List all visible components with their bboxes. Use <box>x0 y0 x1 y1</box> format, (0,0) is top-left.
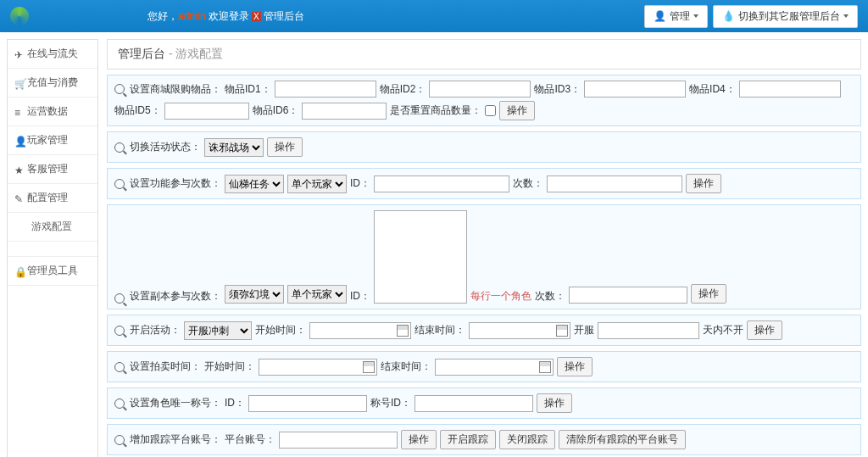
id-input[interactable] <box>248 395 367 412</box>
search-icon <box>114 362 125 372</box>
panel-unique-title: 设置角色唯一称号： ID： 称号ID： 操作 <box>107 387 861 419</box>
panel-title: 开启活动： <box>130 323 181 337</box>
item-id5-input[interactable] <box>164 103 249 120</box>
topbar: 您好，admin 欢迎登录X管理后台 👤管理 💧切换到其它服管理后台 <box>0 0 868 32</box>
plane-icon: ✈ <box>14 49 24 59</box>
user-icon: 👤 <box>654 10 666 22</box>
activity-select[interactable]: 开服冲刺 <box>184 321 252 340</box>
star-icon: ★ <box>14 164 24 174</box>
search-icon <box>114 84 125 94</box>
clear-track-button[interactable]: 清除所有跟踪的平台账号 <box>559 430 686 449</box>
operate-button[interactable]: 操作 <box>401 430 437 449</box>
chevron-down-icon <box>843 14 849 18</box>
search-icon <box>114 179 125 189</box>
item-id3-input[interactable] <box>584 81 686 98</box>
panel-title: 切换活动状态： <box>130 140 201 154</box>
cart-icon: 🛒 <box>14 78 24 87</box>
search-icon <box>114 398 125 409</box>
end-time-input[interactable] <box>469 322 570 339</box>
panel-auction-time: 设置拍卖时间： 开始时间： 结束时间： 操作 <box>107 351 861 382</box>
close-badge[interactable]: X <box>252 12 261 21</box>
sidebar-item-config[interactable]: ✎配置管理 <box>8 184 97 213</box>
item-id6-input[interactable] <box>302 103 387 120</box>
sidebar-item-player[interactable]: 👤玩家管理 <box>8 126 97 155</box>
start-time-input[interactable] <box>259 359 377 376</box>
panel-track-account: 增加跟踪平台账号： 平台账号： 操作 开启跟踪 关闭跟踪 清除所有跟踪的平台账号 <box>107 424 861 455</box>
sidebar-item-admin-tools[interactable]: 🔒管理员工具 <box>8 257 97 286</box>
edit-icon: ✎ <box>14 193 24 203</box>
panel-open-activity: 开启活动： 开服冲刺 开始时间： 结束时间： 开服天内不开 操作 <box>107 315 861 346</box>
panel-title: 设置商城限购物品： <box>130 82 221 97</box>
search-icon <box>114 142 125 153</box>
account-input[interactable] <box>279 432 398 449</box>
panel-title: 设置角色唯一称号： <box>130 396 221 410</box>
welcome-text: 您好，admin 欢迎登录X管理后台 <box>147 9 304 24</box>
sidebar-item-online[interactable]: ✈在线与流失 <box>8 40 97 69</box>
item-id2-input[interactable] <box>429 81 531 98</box>
panel-instance-count: 设置副本参与次数： 须弥幻境 单个玩家 ID： 每行一个角色 次数： 操作 <box>107 204 861 309</box>
id-textarea[interactable] <box>374 210 467 304</box>
instance-select[interactable]: 须弥幻境 <box>225 285 284 304</box>
manage-dropdown[interactable]: 👤管理 <box>644 5 708 28</box>
panel-shop-limit: 设置商城限购物品： 物品ID1： 物品ID2： 物品ID3： 物品ID4： 物品… <box>107 75 861 126</box>
disable-track-button[interactable]: 关闭跟踪 <box>499 430 555 449</box>
switch-server-dropdown[interactable]: 💧切换到其它服管理后台 <box>713 5 858 28</box>
sidebar-item-game-config[interactable]: 游戏配置 <box>8 213 97 242</box>
operate-button[interactable]: 操作 <box>537 393 572 413</box>
panel-title: 设置拍卖时间： <box>130 359 201 374</box>
panel-title: 设置副本参与次数： <box>130 289 221 304</box>
search-icon <box>114 293 125 304</box>
sidebar: ✈在线与流失 🛒充值与消费 ≡运营数据 👤玩家管理 ★客服管理 ✎配置管理 游戏… <box>7 39 98 457</box>
lock-icon: 🔒 <box>14 266 24 276</box>
operate-button[interactable]: 操作 <box>557 357 593 376</box>
feature-select[interactable]: 仙梯任务 <box>225 175 284 193</box>
count-input[interactable] <box>569 287 687 304</box>
activity-select[interactable]: 诛邪战场 <box>204 138 264 157</box>
list-icon: ≡ <box>14 107 24 116</box>
reset-qty-checkbox[interactable] <box>485 105 496 116</box>
enable-track-button[interactable]: 开启跟踪 <box>440 430 496 449</box>
start-time-input[interactable] <box>309 322 411 339</box>
panel-switch-activity: 切换活动状态： 诛邪战场 操作 <box>107 131 861 163</box>
panel-title: 增加跟踪平台账号： <box>130 432 221 447</box>
sidebar-item-operation[interactable]: ≡运营数据 <box>8 98 97 126</box>
sidebar-item-recharge[interactable]: 🛒充值与消费 <box>8 69 97 98</box>
scope-select[interactable]: 单个玩家 <box>287 285 347 304</box>
drop-icon: 💧 <box>722 10 735 22</box>
note-text: 每行一个角色 <box>470 289 531 304</box>
operate-button[interactable]: 操作 <box>686 174 721 193</box>
panel-feature-count: 设置功能参与次数： 仙梯任务 单个玩家 ID： 次数： 操作 <box>107 168 861 199</box>
scope-select[interactable]: 单个玩家 <box>287 175 347 193</box>
item-id1-input[interactable] <box>275 81 376 98</box>
end-time-input[interactable] <box>435 359 554 376</box>
breadcrumb: 管理后台 - 游戏配置 <box>107 39 861 70</box>
item-id4-input[interactable] <box>739 81 841 98</box>
chevron-down-icon <box>693 14 698 18</box>
operate-button[interactable]: 操作 <box>499 101 535 120</box>
search-icon <box>114 326 125 336</box>
sidebar-item-service[interactable]: ★客服管理 <box>8 155 97 184</box>
main-content: 管理后台 - 游戏配置 设置商城限购物品： 物品ID1： 物品ID2： 物品ID… <box>107 39 861 457</box>
logo <box>10 7 29 25</box>
sidebar-gap <box>8 242 97 257</box>
title-id-input[interactable] <box>415 395 533 412</box>
user-icon: 👤 <box>14 136 24 145</box>
id-input[interactable] <box>374 176 509 192</box>
operate-button[interactable]: 操作 <box>747 320 782 340</box>
operate-button[interactable]: 操作 <box>691 284 726 304</box>
search-icon <box>114 435 125 445</box>
operate-button[interactable]: 操作 <box>267 137 303 157</box>
panel-title: 设置功能参与次数： <box>130 176 221 191</box>
days-input[interactable] <box>598 322 699 339</box>
count-input[interactable] <box>547 176 682 192</box>
